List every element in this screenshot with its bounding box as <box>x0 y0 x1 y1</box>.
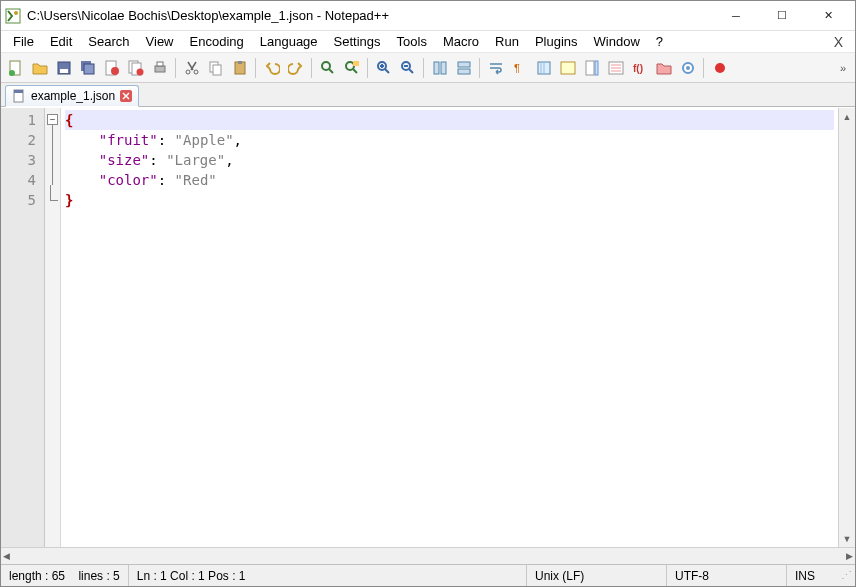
horizontal-scrollbar[interactable]: ◀ ▶ <box>1 547 855 564</box>
svg-point-15 <box>186 70 190 74</box>
toolbar-separator <box>311 58 312 78</box>
svg-rect-20 <box>238 61 242 64</box>
zoom-out-icon[interactable] <box>396 56 419 79</box>
udl-icon[interactable] <box>556 56 579 79</box>
paste-icon[interactable] <box>228 56 251 79</box>
svg-rect-26 <box>434 62 439 74</box>
menu-run[interactable]: Run <box>487 32 527 51</box>
menubar-close-doc[interactable]: X <box>826 32 851 52</box>
menu-settings[interactable]: Settings <box>326 32 389 51</box>
menu-help[interactable]: ? <box>648 32 671 51</box>
tab-close-icon[interactable] <box>120 90 132 102</box>
print-icon[interactable] <box>148 56 171 79</box>
menu-macro[interactable]: Macro <box>435 32 487 51</box>
save-icon[interactable] <box>52 56 75 79</box>
toolbar-separator <box>175 58 176 78</box>
undo-icon[interactable] <box>260 56 283 79</box>
doc-list-icon[interactable] <box>604 56 627 79</box>
svg-point-21 <box>322 62 330 70</box>
toolbar-separator <box>255 58 256 78</box>
svg-rect-14 <box>157 62 163 66</box>
toolbar-overflow-icon[interactable]: » <box>834 62 852 74</box>
minimize-button[interactable]: ─ <box>713 1 759 31</box>
menu-encoding[interactable]: Encoding <box>182 32 252 51</box>
redo-icon[interactable] <box>284 56 307 79</box>
svg-rect-23 <box>353 61 359 66</box>
scroll-down-icon[interactable]: ▼ <box>843 530 852 547</box>
menu-bar: File Edit Search View Encoding Language … <box>1 31 855 53</box>
wrap-icon[interactable] <box>484 56 507 79</box>
resize-grip-icon[interactable]: ⋰ <box>837 569 855 582</box>
svg-rect-5 <box>60 69 68 73</box>
svg-point-1 <box>14 11 18 15</box>
close-button[interactable]: ✕ <box>805 1 851 31</box>
sync-h-icon[interactable] <box>452 56 475 79</box>
replace-icon[interactable] <box>340 56 363 79</box>
new-file-icon[interactable] <box>4 56 27 79</box>
vertical-scrollbar[interactable]: ▲ ▼ <box>838 108 855 547</box>
zoom-in-icon[interactable] <box>372 56 395 79</box>
menu-window[interactable]: Window <box>586 32 648 51</box>
menu-search[interactable]: Search <box>80 32 137 51</box>
monitor-icon[interactable] <box>676 56 699 79</box>
status-mode: INS <box>787 565 837 586</box>
cut-icon[interactable] <box>180 56 203 79</box>
fold-gutter: − <box>45 108 61 547</box>
toolbar-separator <box>423 58 424 78</box>
file-icon <box>12 89 26 103</box>
maximize-button[interactable]: ☐ <box>759 1 805 31</box>
svg-rect-18 <box>213 65 221 75</box>
find-icon[interactable] <box>316 56 339 79</box>
menu-language[interactable]: Language <box>252 32 326 51</box>
svg-point-3 <box>9 70 15 76</box>
menu-edit[interactable]: Edit <box>42 32 80 51</box>
svg-point-16 <box>194 70 198 74</box>
svg-rect-41 <box>14 90 23 93</box>
toolbar-separator <box>703 58 704 78</box>
scroll-up-icon[interactable]: ▲ <box>843 108 852 125</box>
open-file-icon[interactable] <box>28 56 51 79</box>
status-length: length : 65 lines : 5 <box>1 565 129 586</box>
svg-text:¶: ¶ <box>514 62 520 74</box>
sync-v-icon[interactable] <box>428 56 451 79</box>
menu-tools[interactable]: Tools <box>389 32 435 51</box>
svg-text:f(): f() <box>633 63 643 74</box>
status-position: Ln : 1 Col : 1 Pos : 1 <box>129 565 527 586</box>
doc-map-icon[interactable] <box>580 56 603 79</box>
menu-view[interactable]: View <box>138 32 182 51</box>
status-bar: length : 65 lines : 5 Ln : 1 Col : 1 Pos… <box>1 564 855 586</box>
svg-rect-33 <box>586 61 594 75</box>
toolbar-separator <box>367 58 368 78</box>
svg-point-9 <box>111 67 119 75</box>
menu-file[interactable]: File <box>5 32 42 51</box>
all-chars-icon[interactable]: ¶ <box>508 56 531 79</box>
scroll-right-icon[interactable]: ▶ <box>846 551 853 561</box>
window-title: C:\Users\Nicolae Bochis\Desktop\example_… <box>27 8 713 23</box>
close-all-icon[interactable] <box>124 56 147 79</box>
svg-point-39 <box>715 63 725 73</box>
svg-rect-34 <box>595 61 598 75</box>
close-file-icon[interactable] <box>100 56 123 79</box>
folder-icon[interactable] <box>652 56 675 79</box>
tab-bar: example_1.json <box>1 83 855 107</box>
indent-guide-icon[interactable] <box>532 56 555 79</box>
status-encoding: UTF-8 <box>667 565 787 586</box>
tab-example-1[interactable]: example_1.json <box>5 85 139 107</box>
record-icon[interactable] <box>708 56 731 79</box>
menu-plugins[interactable]: Plugins <box>527 32 586 51</box>
svg-rect-7 <box>84 64 94 74</box>
code-area[interactable]: { "fruit": "Apple", "size": "Large", "co… <box>61 108 838 547</box>
svg-rect-32 <box>561 62 575 74</box>
editor: 12345 − { "fruit": "Apple", "size": "Lar… <box>1 107 855 547</box>
save-all-icon[interactable] <box>76 56 99 79</box>
svg-point-12 <box>136 68 143 75</box>
line-number-gutter: 12345 <box>1 108 45 547</box>
svg-rect-28 <box>458 62 470 67</box>
scroll-left-icon[interactable]: ◀ <box>3 551 10 561</box>
func-list-icon[interactable]: f() <box>628 56 651 79</box>
svg-rect-13 <box>155 66 165 72</box>
app-icon <box>5 8 21 24</box>
title-bar: C:\Users\Nicolae Bochis\Desktop\example_… <box>1 1 855 31</box>
toolbar-separator <box>479 58 480 78</box>
copy-icon[interactable] <box>204 56 227 79</box>
